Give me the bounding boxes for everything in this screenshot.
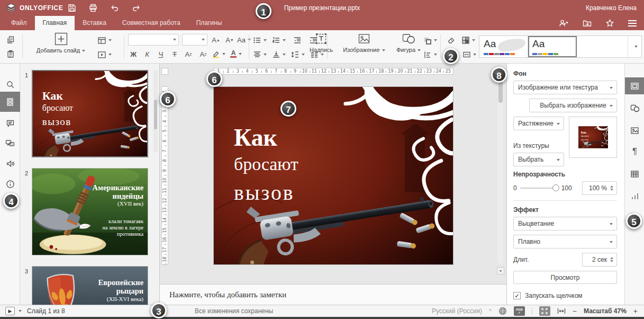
copy-button[interactable] — [4, 33, 17, 46]
redo-button[interactable] — [132, 4, 141, 12]
slide-size-button[interactable] — [462, 48, 476, 61]
undo-button[interactable] — [110, 4, 119, 12]
theme-color-strip — [484, 53, 515, 55]
preview-button[interactable]: Просмотр — [513, 271, 617, 284]
font-name-combo[interactable] — [128, 34, 179, 46]
language-caret-icon[interactable]: ^ — [489, 308, 492, 314]
fit-to-slide-button[interactable] — [539, 306, 550, 316]
table-settings-icon[interactable] — [625, 165, 644, 182]
chat-icon[interactable] — [0, 135, 20, 153]
effect-mode-select[interactable]: Плавно — [513, 235, 617, 249]
decrease-indent-button[interactable] — [291, 34, 304, 47]
theme-card-1[interactable]: Aa — [479, 36, 528, 57]
insert-image-button[interactable]: Изображение — [339, 32, 389, 53]
duration-spinner[interactable]: 2 сек — [582, 253, 617, 267]
font-color-button[interactable]: А — [230, 48, 242, 60]
feedback-icon[interactable] — [0, 155, 20, 173]
paste-button[interactable] — [4, 48, 17, 60]
print-button[interactable] — [89, 4, 97, 12]
numbered-list-button[interactable] — [272, 34, 286, 47]
scroll-down-button[interactable]: ▼ — [497, 267, 504, 274]
bullet-list-button[interactable] — [253, 34, 267, 47]
choose-image-button[interactable]: Выбрать изображение — [529, 99, 617, 112]
tab-home[interactable]: Главная — [35, 16, 75, 30]
slide-settings-icon[interactable] — [625, 77, 644, 94]
add-user-icon[interactable] — [559, 19, 569, 28]
opacity-value-spinner[interactable]: 100 % — [582, 181, 617, 195]
superscript-button[interactable]: А2 — [182, 48, 195, 60]
tab-collaboration[interactable]: Совместная работа — [114, 16, 188, 30]
vertical-align-button[interactable] — [272, 48, 286, 61]
bold-button[interactable]: Ж — [127, 48, 140, 60]
slide-thumbnail-2[interactable] — [32, 168, 148, 255]
start-on-click-checkbox[interactable]: ✓ — [513, 292, 521, 299]
underline-button[interactable]: Ч — [155, 48, 167, 60]
slide-number: 2 — [25, 170, 28, 176]
opacity-slider-knob[interactable] — [552, 184, 559, 191]
chart-settings-icon[interactable] — [625, 188, 644, 205]
subscript-button[interactable]: А2 — [197, 48, 210, 60]
decrease-font-button[interactable]: А▼ — [223, 33, 236, 46]
user-name: Кравченко Елена — [586, 0, 637, 16]
tab-insert[interactable]: Вставка — [75, 16, 114, 30]
canvas-scrollbar[interactable] — [498, 67, 503, 264]
theme-card-2-selected[interactable]: Aa — [528, 36, 577, 57]
theme-gallery-expand-button[interactable] — [628, 36, 641, 57]
insert-textbox-button[interactable]: Надпись — [306, 32, 337, 53]
zoom-out-button[interactable]: − — [573, 307, 577, 315]
slide-layout-button[interactable] — [97, 34, 112, 47]
paragraph-settings-icon[interactable]: ¶ — [625, 143, 644, 160]
opacity-slider[interactable] — [520, 188, 558, 189]
horizontal-ruler[interactable]: 1234567891011121314151617181920212223242… — [213, 68, 453, 75]
search-icon[interactable] — [0, 75, 20, 93]
color-scheme-button[interactable] — [461, 34, 475, 47]
horizontal-align-button[interactable] — [253, 48, 267, 61]
background-type-select[interactable]: Изображение или текстура — [513, 81, 617, 94]
tab-file[interactable]: Файл — [3, 16, 35, 30]
shape-settings-icon[interactable] — [625, 100, 644, 117]
italic-button[interactable]: К — [141, 48, 153, 60]
app-logo-text: ONLYOFFICE — [20, 4, 63, 12]
effect-select[interactable]: Выцветание — [513, 217, 617, 231]
highlight-color-button[interactable] — [212, 48, 225, 60]
font-size-combo[interactable] — [182, 34, 207, 46]
comments-icon[interactable] — [0, 114, 20, 132]
set-language-globe-icon[interactable] — [498, 307, 507, 315]
line-spacing-button[interactable] — [291, 48, 305, 61]
start-slideshow-statusbar-button[interactable]: ▶ — [5, 307, 22, 315]
slide-settings-panel: Фон Изображение или текстура Выбрать изо… — [506, 64, 624, 305]
texture-select[interactable]: Выбрать — [513, 153, 564, 166]
slide-thumbnail-3[interactable] — [32, 266, 148, 305]
insert-shape-button[interactable]: Фигура — [392, 32, 425, 53]
thumbnails-scrollbar[interactable] — [153, 70, 158, 153]
menu-hamburger-icon[interactable] — [628, 20, 637, 26]
zoom-in-button[interactable]: + — [633, 307, 638, 315]
fill-mode-select[interactable]: Растяжение — [513, 117, 564, 130]
document-language[interactable]: Русский (Россия) — [432, 307, 482, 315]
ruler-tab-selector[interactable] — [161, 68, 168, 75]
align-shape-button[interactable] — [423, 48, 437, 61]
save-button[interactable] — [68, 4, 76, 12]
open-file-location-icon[interactable] — [583, 19, 592, 28]
background-section-label: Фон — [513, 70, 617, 77]
image-settings-icon[interactable] — [625, 122, 644, 139]
tab-plugins[interactable]: Плагины — [188, 16, 230, 30]
clear-style-button[interactable] — [445, 34, 457, 47]
spellcheck-toggle[interactable]: АБВ✓ — [514, 306, 525, 316]
start-slideshow-button[interactable] — [97, 48, 112, 61]
slide-thumbnail-1[interactable] — [32, 70, 148, 157]
add-slide-button[interactable]: Добавить слайд — [28, 32, 94, 54]
favorites-star-icon[interactable] — [605, 19, 614, 28]
about-info-icon[interactable] — [0, 175, 20, 193]
strikeout-button[interactable]: Т — [168, 48, 181, 60]
callout-6: 6 — [160, 91, 176, 107]
notes-area[interactable]: Нажмите, чтобы добавить заметки — [160, 284, 506, 305]
start-on-click-label: Запускать щелчком — [525, 292, 583, 299]
callout-4: 4 — [3, 193, 19, 209]
arrange-shape-button[interactable] — [423, 34, 437, 47]
slide-canvas[interactable] — [213, 86, 453, 265]
vertical-ruler[interactable]: 123456789101112131415161718 — [161, 86, 168, 265]
slides-panel-icon[interactable] — [0, 92, 20, 112]
fit-to-width-button[interactable] — [557, 308, 566, 314]
increase-font-button[interactable]: А▲ — [210, 33, 222, 46]
